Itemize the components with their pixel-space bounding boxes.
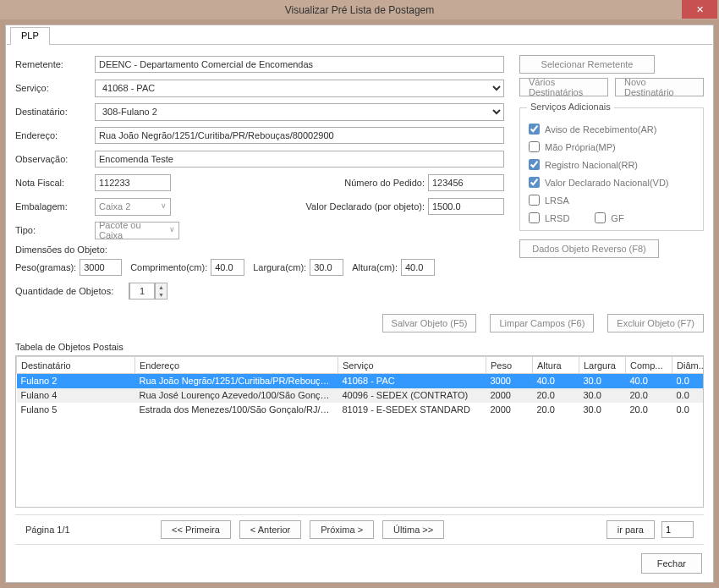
next-page-button[interactable]: Próxima >: [310, 520, 374, 539]
limpar-campos-button[interactable]: Limpar Campos (F6): [490, 314, 594, 332]
table-cell: 20.0: [533, 388, 579, 403]
check-rr-label: Registro Nacional(RR): [545, 160, 638, 170]
label-altura: Altura(cm):: [352, 262, 398, 272]
client-area: PLP Remetente: Serviço: 41068 - PAC Dest…: [5, 25, 714, 583]
window-title: Visualizar Pré Lista de Postagem: [0, 4, 719, 16]
prev-page-button[interactable]: < Anterior: [239, 520, 301, 539]
check-gf-label: GF: [611, 213, 623, 223]
label-peso: Peso(gramas):: [15, 262, 76, 272]
quantidade-value[interactable]: [129, 283, 155, 299]
endereco-field[interactable]: [95, 127, 504, 144]
label-dimensoes: Dimensões do Objeto:: [15, 245, 504, 255]
label-embalagem: Embalagem:: [15, 201, 91, 212]
excluir-objeto-button[interactable]: Excluir Objeto (F7): [607, 314, 704, 332]
label-servico: Serviço:: [15, 83, 91, 93]
check-rr[interactable]: [529, 159, 540, 170]
first-page-button[interactable]: << Primeira: [161, 520, 231, 539]
selecionar-remetente-button[interactable]: Selecionar Remetente: [519, 55, 655, 74]
label-destinatario: Destinatário:: [15, 107, 91, 117]
table-cell: 40.0: [533, 374, 579, 388]
window: Visualizar Pré Lista de Postagem ✕ PLP R…: [0, 0, 719, 588]
novo-destinatario-button[interactable]: Novo Destinatário: [615, 78, 704, 96]
goto-page-button[interactable]: ir para: [606, 520, 655, 539]
tabela-title: Tabela de Objetos Postais: [15, 342, 712, 352]
column-header[interactable]: Serviço: [338, 357, 486, 374]
tab-plp[interactable]: PLP: [10, 27, 50, 45]
table-cell: 30.0: [579, 403, 626, 417]
table-cell: 30.0: [579, 374, 626, 388]
table-cell: Fulano 5: [17, 403, 135, 417]
table-cell: 2000: [486, 403, 533, 417]
table-cell: 20.0: [626, 388, 672, 403]
table-cell: Fulano 4: [17, 388, 135, 403]
table-cell: 2000: [486, 388, 533, 403]
numero-pedido-field[interactable]: [428, 174, 504, 191]
check-mp-label: Mão Própria(MP): [545, 142, 616, 152]
column-header[interactable]: Endereço: [135, 357, 338, 374]
table-cell: 30.0: [579, 388, 626, 403]
table-cell: 0.0: [672, 403, 705, 417]
check-ar[interactable]: [529, 124, 540, 135]
servicos-adicionais-group: Serviços Adicionais Aviso de Recebimento…: [519, 107, 704, 231]
servico-select[interactable]: 41068 - PAC: [95, 80, 504, 97]
valor-declarado-field[interactable]: [428, 198, 504, 215]
table-row[interactable]: Fulano 5Estrada dos Menezes/100/São Gonç…: [17, 403, 705, 417]
check-lrsa[interactable]: [529, 195, 540, 206]
nota-fiscal-field[interactable]: [95, 174, 171, 191]
column-header[interactable]: Peso: [486, 357, 533, 374]
table-row[interactable]: Fulano 4Rua José Lourenço Azevedo/100/Sã…: [17, 388, 705, 403]
column-header[interactable]: Largura: [579, 357, 626, 374]
table-cell: Rua João Negrão/1251/Curitiba/PR/Rebouça…: [135, 374, 338, 388]
pager: Página 1/1 << Primeira < Anterior Próxim…: [15, 514, 704, 545]
column-header[interactable]: Altura: [533, 357, 579, 374]
check-gf[interactable]: [595, 212, 606, 223]
largura-field[interactable]: [310, 259, 343, 276]
embalagem-select[interactable]: Caixa 2∨: [95, 198, 171, 216]
check-lrsa-label: LRSA: [545, 195, 569, 206]
observacao-field[interactable]: [95, 151, 504, 168]
objetos-table: DestinatárioEndereçoServiçoPesoAlturaLar…: [15, 355, 704, 508]
peso-field[interactable]: [80, 259, 122, 276]
check-mp[interactable]: [529, 141, 540, 152]
label-qtd-objetos: Quantidade de Objetos:: [15, 286, 125, 296]
dados-objeto-reverso-button[interactable]: Dados Objeto Reverso (F8): [519, 239, 659, 258]
altura-field[interactable]: [401, 259, 435, 276]
label-nota-fiscal: Nota Fiscal:: [15, 178, 91, 188]
check-vd-label: Valor Declarado Nacional(VD): [545, 178, 669, 188]
check-lrsd[interactable]: [529, 212, 540, 223]
fechar-button[interactable]: Fechar: [641, 553, 702, 574]
last-page-button[interactable]: Última >>: [382, 520, 444, 539]
table-cell: 40096 - SEDEX (CONTRATO): [338, 388, 486, 403]
table-cell: 40.0: [626, 374, 672, 388]
tipo-select[interactable]: Pacote ou Caixa∨: [95, 222, 179, 239]
salvar-objeto-button[interactable]: Salvar Objeto (F5): [382, 314, 477, 332]
table-cell: 3000: [486, 374, 533, 388]
table-cell: Rua José Lourenço Azevedo/100/São Gonçal…: [135, 388, 338, 403]
destinatario-select[interactable]: 308-Fulano 2: [95, 103, 504, 121]
spin-down-icon[interactable]: ▼: [155, 291, 167, 299]
column-header[interactable]: Comp...: [626, 357, 672, 374]
column-header[interactable]: Destinatário: [17, 357, 135, 374]
label-largura: Largura(cm):: [253, 262, 306, 272]
table-cell: 20.0: [626, 403, 672, 417]
quantidade-stepper[interactable]: ▲▼: [129, 283, 167, 299]
table-cell: 41068 - PAC: [338, 374, 486, 388]
label-endereco: Endereço:: [15, 130, 91, 140]
titlebar: Visualizar Pré Lista de Postagem ✕: [0, 0, 719, 19]
table-row[interactable]: Fulano 2Rua João Negrão/1251/Curitiba/PR…: [17, 374, 705, 388]
remetente-field[interactable]: [95, 56, 504, 73]
column-header[interactable]: Diâm...: [672, 357, 705, 374]
table-cell: 81019 - E-SEDEX STANDARD: [338, 403, 486, 417]
close-icon: ✕: [696, 4, 704, 15]
varios-destinatarios-button[interactable]: Vários Destinatários: [519, 78, 608, 96]
tabstrip: PLP: [7, 26, 712, 45]
label-comprimento: Comprimento(cm):: [130, 262, 207, 272]
check-vd[interactable]: [529, 177, 540, 188]
servicos-adicionais-legend: Serviços Adicionais: [527, 102, 614, 112]
comprimento-field[interactable]: [211, 259, 244, 276]
goto-page-input[interactable]: [661, 521, 694, 538]
table-cell: Fulano 2: [17, 374, 135, 388]
close-button[interactable]: ✕: [682, 0, 717, 19]
label-valor-declarado: Valor Declarado (por objeto):: [306, 201, 425, 212]
spin-up-icon[interactable]: ▲: [155, 283, 167, 291]
